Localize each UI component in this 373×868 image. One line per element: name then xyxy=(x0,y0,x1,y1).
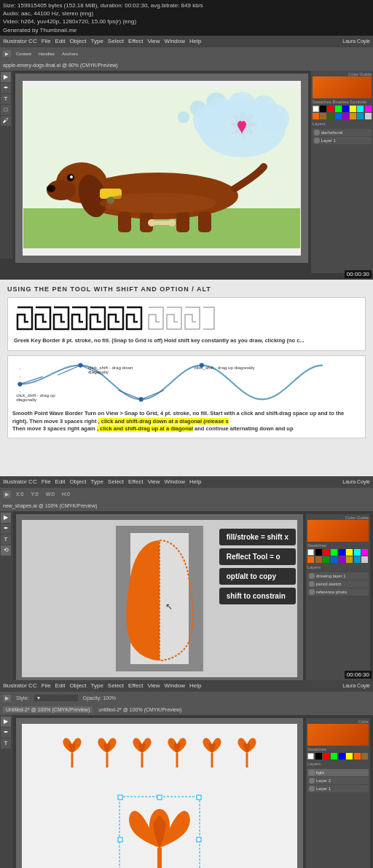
tool-option-3b[interactable]: Y:0 xyxy=(29,491,41,497)
sw4-white[interactable] xyxy=(307,753,314,760)
menu-file-3[interactable]: File xyxy=(42,478,51,485)
layer-light[interactable]: light xyxy=(307,769,369,776)
tool-select-3[interactable]: ▶ xyxy=(3,491,11,498)
tool-option-2[interactable]: Handles xyxy=(36,51,57,57)
swatch-gold[interactable] xyxy=(350,113,356,119)
layer-dachshund[interactable]: dachshund xyxy=(313,129,372,136)
menu-object-4[interactable]: Object xyxy=(69,682,86,689)
menu-window-1[interactable]: Window xyxy=(165,38,185,44)
layer-4-3[interactable]: Layer 1 xyxy=(307,785,369,792)
tool-type-3[interactable]: T xyxy=(1,534,11,545)
swatch-lt-blue[interactable] xyxy=(335,113,342,119)
swatch-white[interactable] xyxy=(313,106,319,112)
menu-help-4[interactable]: Help xyxy=(189,682,201,689)
sw4-green[interactable] xyxy=(331,753,337,760)
sw3-gold[interactable] xyxy=(346,556,353,563)
style-label[interactable]: Style: xyxy=(14,695,31,701)
layer-1[interactable]: Layer 1 xyxy=(313,137,372,144)
tool-type[interactable]: T xyxy=(1,94,11,104)
sw3-lt-blue[interactable] xyxy=(331,556,337,563)
menu-effect-4[interactable]: Effect xyxy=(128,682,143,689)
menu-select-3[interactable]: Select xyxy=(108,478,124,485)
tool-pen-3[interactable]: ✒ xyxy=(1,524,11,534)
menu-effect-1[interactable]: Effect xyxy=(128,38,143,44)
layer-pencil-sketch[interactable]: pencil sketch xyxy=(307,580,369,588)
swatch-magenta[interactable] xyxy=(365,106,372,112)
swatch-cyan[interactable] xyxy=(357,106,364,112)
swatch-blue[interactable] xyxy=(342,106,349,112)
menu-effect-3[interactable]: Effect xyxy=(128,478,143,485)
layer-4-2[interactable]: Layer 2 xyxy=(307,777,369,784)
menu-view-4[interactable]: View xyxy=(147,682,160,689)
sw3-black[interactable] xyxy=(315,549,322,556)
menu-select-1[interactable]: Select xyxy=(108,38,124,44)
tool-select-4[interactable]: ▶ xyxy=(3,695,11,702)
menu-window-4[interactable]: Window xyxy=(165,682,185,689)
tool-option-1[interactable]: Content xyxy=(14,51,34,57)
menu-window-3[interactable]: Window xyxy=(165,478,185,485)
menu-select-4[interactable]: Select xyxy=(108,682,124,689)
sw4-orange[interactable] xyxy=(354,753,361,760)
sw3-gray[interactable] xyxy=(361,556,368,563)
menu-file-1[interactable]: File xyxy=(42,38,51,44)
menu-file-4[interactable]: File xyxy=(42,682,51,689)
swatch-teal[interactable] xyxy=(357,113,364,119)
file-name-4b[interactable]: untitled-2* @ 100% (CMYK/Preview) xyxy=(98,707,181,712)
sw3-yellow[interactable] xyxy=(346,549,353,556)
tool-reflect-3[interactable]: ⟲ xyxy=(1,545,11,556)
menu-view-1[interactable]: View xyxy=(147,38,160,44)
tool-option-3[interactable]: Anchors xyxy=(60,51,80,57)
tool-option-3a[interactable]: X:0 xyxy=(14,491,26,497)
swatch-gray[interactable] xyxy=(365,113,372,119)
swatch-dk-green[interactable] xyxy=(327,113,334,119)
menu-edit-1[interactable]: Edit xyxy=(55,38,66,44)
swatch-brown[interactable] xyxy=(320,113,326,119)
tool-pen-4[interactable]: ✒ xyxy=(1,727,11,738)
sw3-orange[interactable] xyxy=(307,556,314,563)
menu-help-1[interactable]: Help xyxy=(189,38,201,44)
sw3-white[interactable] xyxy=(307,549,314,556)
sw3-blue[interactable] xyxy=(339,549,345,556)
swatch-black[interactable] xyxy=(320,106,326,112)
style-dropdown[interactable]: ▼ xyxy=(34,695,78,701)
menu-view-3[interactable]: View xyxy=(147,478,160,485)
tool-option-3c[interactable]: W:0 xyxy=(44,491,57,497)
swatch-green[interactable] xyxy=(335,106,342,112)
swatch-yellow[interactable] xyxy=(350,106,356,112)
sw3-cyan[interactable] xyxy=(354,549,361,556)
menu-type-4[interactable]: Type xyxy=(91,682,103,689)
menu-edit-3[interactable]: Edit xyxy=(55,478,66,485)
menu-type-1[interactable]: Type xyxy=(91,38,103,44)
sw3-green[interactable] xyxy=(331,549,337,556)
sw3-purple[interactable] xyxy=(339,556,345,563)
sw3-magenta[interactable] xyxy=(361,549,368,556)
tool-rect[interactable]: □ xyxy=(1,105,11,115)
sw3-red[interactable] xyxy=(323,549,329,556)
swatch-purple[interactable] xyxy=(342,113,349,119)
tool-brush[interactable]: 🖌 xyxy=(1,116,11,126)
sw3-teal[interactable] xyxy=(354,556,361,563)
tool-arrow[interactable]: ▶ xyxy=(1,72,11,82)
menu-help-3[interactable]: Help xyxy=(189,478,201,485)
menu-object-3[interactable]: Object xyxy=(69,478,86,485)
sw4-brown[interactable] xyxy=(361,753,368,760)
layer-drawing1[interactable]: drawing layer 1 xyxy=(307,572,369,580)
tool-arrow-3[interactable]: ▶ xyxy=(1,513,11,523)
tool-select[interactable]: ▶ xyxy=(3,50,11,57)
menu-object-1[interactable]: Object xyxy=(69,38,86,44)
file-name-4a[interactable]: Untitled-2* @ 100% (CMYK/Preview) xyxy=(3,706,93,713)
swatch-red[interactable] xyxy=(327,106,334,112)
sw4-black[interactable] xyxy=(315,753,322,760)
tool-type-4[interactable]: T xyxy=(1,738,11,749)
sw3-dk-green[interactable] xyxy=(323,556,329,563)
layer-reference[interactable]: reference photo xyxy=(307,588,369,596)
tool-option-3d[interactable]: H:0 xyxy=(60,491,72,497)
sw4-blue[interactable] xyxy=(339,753,345,760)
sw4-red[interactable] xyxy=(323,753,329,760)
tool-pen[interactable]: ✒ xyxy=(1,83,11,93)
tool-arrow-4[interactable]: ▶ xyxy=(1,717,11,727)
sw3-brown[interactable] xyxy=(315,556,322,563)
menu-edit-4[interactable]: Edit xyxy=(55,682,66,689)
swatch-orange[interactable] xyxy=(313,113,319,119)
menu-type-3[interactable]: Type xyxy=(91,478,103,485)
